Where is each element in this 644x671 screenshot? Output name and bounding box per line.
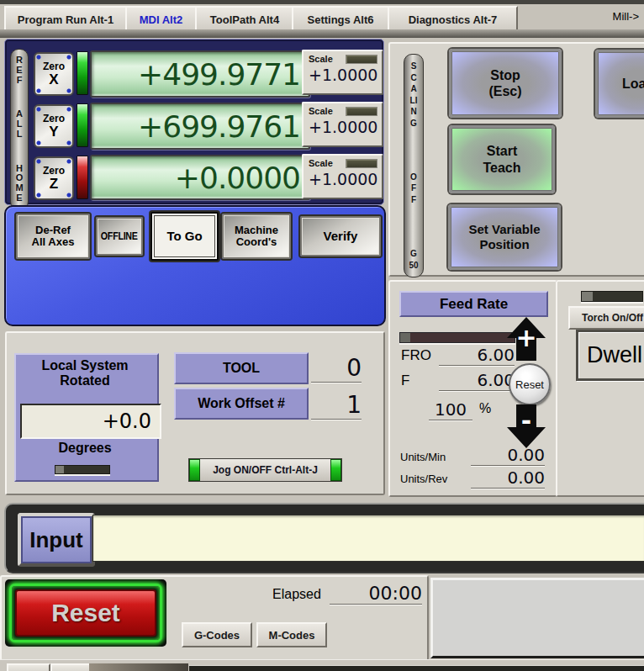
x-scale-value[interactable]: +1.0000	[309, 66, 377, 84]
partial-button-2[interactable]	[50, 663, 91, 671]
z-scale-led	[346, 159, 377, 168]
dro-panel: REF ALL HOME Zero X +499.9771 Scale +1.0…	[4, 39, 384, 205]
gcodes-button[interactable]: G-Codes	[182, 622, 252, 647]
start-teach-button[interactable]: StartTeach	[449, 125, 555, 193]
tabbar-shadow	[0, 29, 644, 38]
to-go-button[interactable]: To Go	[150, 212, 219, 261]
mcodes-button[interactable]: M-Codes	[256, 622, 327, 647]
status-display-box	[430, 578, 644, 658]
z-scale-value[interactable]: +1.0000	[309, 170, 377, 188]
jog-led-right	[330, 459, 341, 481]
tool-label: TOOL	[174, 352, 309, 384]
zero-y-button[interactable]: Zero Y	[34, 104, 74, 148]
rotation-units-label: Degrees	[14, 441, 156, 456]
stop-button[interactable]: Stop(Esc)	[449, 49, 562, 118]
mdi-input-field[interactable]	[92, 515, 644, 562]
y-scale-box: Scale +1.0000	[302, 102, 383, 147]
mdi-input-bar: Input	[4, 503, 644, 573]
x-dro-display[interactable]: +499.9771	[90, 50, 310, 98]
zero-x-button[interactable]: Zero X	[34, 52, 74, 96]
f-label: F	[401, 372, 409, 389]
dwell-indicator: Dwell	[576, 330, 644, 381]
torch-panel: Torch On/Off Dwell	[556, 280, 644, 497]
y-scale-led	[346, 107, 377, 116]
z-dro-display[interactable]: +0.0000	[90, 155, 310, 200]
partial-bar	[189, 665, 644, 671]
bottom-panel: Reset Elapsed 00:00 G-Codes M-Codes	[0, 575, 429, 661]
scaling-status-strip: SCALING OFF G50	[404, 54, 424, 277]
deref-all-axes-button[interactable]: De-RefAll Axes	[16, 214, 90, 259]
mode-panel: De-RefAll Axes OFFLINE To Go MachineCoor…	[4, 205, 386, 326]
x-scale-led	[346, 55, 377, 64]
local-system-title: Local System Rotated	[14, 358, 156, 389]
set-variable-position-button[interactable]: Set VariablePosition	[448, 204, 561, 270]
z-scale-box: Scale +1.0000	[302, 154, 383, 199]
units-min-value: 0.00	[471, 443, 545, 466]
feed-reset-button[interactable]: Reset	[509, 363, 551, 405]
x-axis-led	[77, 51, 88, 95]
feed-override-meter	[399, 332, 515, 343]
zero-z-button[interactable]: Zero Z	[34, 156, 74, 200]
y-scale-value[interactable]: +1.0000	[309, 118, 377, 136]
elapsed-label: Elapsed	[272, 587, 321, 602]
context-label: Mill->	[589, 10, 639, 23]
units-rev-label: Units/Rev	[400, 473, 447, 485]
rotation-value-field[interactable]: +0.0	[20, 404, 161, 439]
load-button[interactable]: Load	[595, 50, 644, 118]
partial-button-1[interactable]	[7, 663, 50, 671]
feed-rate-title: Feed Rate	[399, 291, 548, 317]
torch-toggle-button[interactable]: Torch On/Off	[568, 306, 644, 330]
partial-tab[interactable]	[89, 663, 188, 671]
mach3-mdi-screen: Program Run Alt-1 MDI Alt2 ToolPath Alt4…	[0, 0, 644, 671]
y-dro-display[interactable]: +699.9761	[90, 103, 310, 150]
work-offset-value[interactable]: 1	[311, 385, 362, 420]
top-edge	[0, 0, 644, 4]
reset-glow-ring: Reset	[9, 584, 162, 642]
ref-all-home-button[interactable]: REF ALL HOME	[10, 49, 29, 210]
feed-decrease-button[interactable]: -	[507, 404, 546, 448]
units-rev-value: 0.00	[471, 466, 545, 489]
f-value[interactable]: 6.00	[439, 368, 515, 391]
work-offset-label: Work Offset #	[174, 388, 309, 420]
offline-button[interactable]: OFFLINE	[96, 217, 143, 256]
fro-value[interactable]: 6.00	[439, 343, 515, 366]
feed-rate-panel: Feed Rate FRO 6.00 F 6.00 100 % + Reset …	[388, 280, 557, 497]
reset-button[interactable]: Reset	[5, 579, 166, 647]
units-min-label: Units/Min	[400, 451, 446, 463]
torch-led	[581, 291, 643, 302]
jog-led-left	[189, 459, 200, 481]
verify-button[interactable]: Verify	[300, 216, 381, 256]
x-scale-box: Scale +1.0000	[302, 50, 383, 95]
rotation-led	[55, 465, 110, 474]
y-axis-led	[77, 103, 88, 147]
percent-sign: %	[479, 401, 491, 416]
z-axis-led	[77, 156, 88, 199]
input-button[interactable]: Input	[18, 513, 95, 567]
control-panel: SCALING OFF G50 Stop(Esc) StartTeach Set…	[388, 42, 644, 277]
fro-label: FRO	[401, 347, 431, 364]
rotation-tool-panel: Local System Rotated +0.0 Degrees TOOL 0…	[5, 331, 385, 495]
override-percent-value[interactable]: 100	[429, 396, 472, 420]
tool-value[interactable]: 0	[311, 350, 362, 383]
jog-toggle-button[interactable]: Jog ON/OFF Ctrl-Alt-J	[188, 458, 342, 482]
machine-coords-button[interactable]: MachineCoord's	[222, 214, 291, 259]
elapsed-value: 00:00	[330, 580, 422, 605]
